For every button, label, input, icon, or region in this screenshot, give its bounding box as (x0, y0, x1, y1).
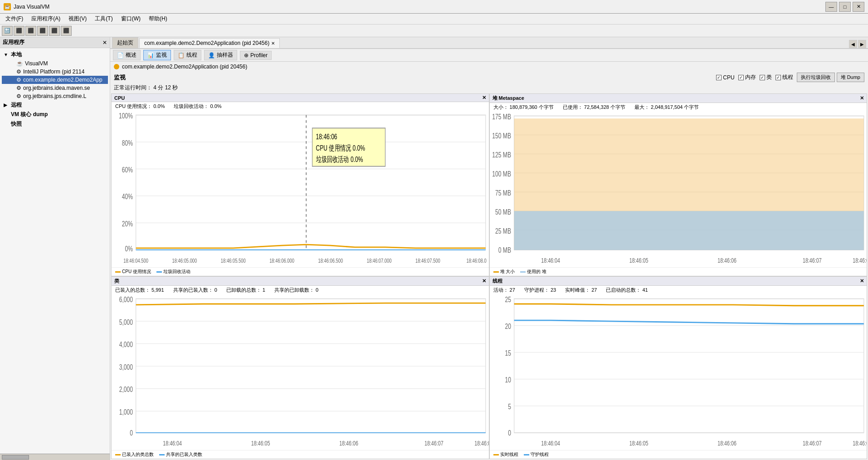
sub-toolbar-monitor[interactable]: 📊 监视 (143, 50, 171, 60)
class-chart-header: 类 ✕ (112, 277, 489, 286)
monitor-header: 监视 ✓ CPU ✓ 内存 ✓ 类 ✓ (110, 72, 868, 83)
gc-button[interactable]: 执行垃圾回收 (797, 73, 835, 82)
toolbar-btn-4[interactable]: ⬛ (37, 26, 48, 36)
svg-text:18:46:07.000: 18:46:07.000 (367, 258, 392, 264)
close-button[interactable]: ✕ (853, 2, 864, 12)
tree-item-intellij[interactable]: ⚙ IntelliJ Platform (pid 2114 (2, 68, 108, 76)
maximize-button[interactable]: □ (839, 2, 851, 12)
svg-text:0: 0 (508, 429, 511, 437)
svg-text:18:46:04: 18:46:04 (163, 440, 182, 447)
svg-text:18:46:06: 18:46:06 (717, 257, 736, 264)
svg-text:50 MB: 50 MB (495, 208, 511, 216)
left-panel-close-button[interactable]: ✕ (102, 39, 107, 46)
heap-chart-body: 175 MB 150 MB 125 MB 100 MB 75 MB 50 MB … (490, 112, 867, 267)
tree-item-jps[interactable]: ⚙ org.jetbrains.jps.cmdline.L (2, 92, 108, 100)
tab-demo2app[interactable]: com.example.demo2.Demo2Application (pid … (139, 38, 280, 48)
legend-gc: 垃圾回收活动 (156, 269, 190, 275)
class-checkbox[interactable]: ✓ (760, 75, 765, 80)
tree-item-maven[interactable]: ⚙ org.jetbrains.idea.maven.se (2, 84, 108, 92)
toolbar-btn-5[interactable]: ⬛ (49, 26, 60, 36)
toolbar-btn-6[interactable]: ⬛ (61, 26, 72, 36)
legend-class-shared: 共享的已装入类数 (159, 451, 202, 458)
toolbar-btn-1[interactable]: 🔙 (2, 26, 13, 36)
svg-text:75 MB: 75 MB (495, 189, 511, 197)
class-chart-close[interactable]: ✕ (482, 278, 486, 284)
svg-rect-0 (136, 115, 486, 250)
svg-marker-44 (514, 211, 863, 250)
tab-nav-left[interactable]: ◀ (849, 40, 857, 48)
checkbox-cpu[interactable]: ✓ CPU (716, 74, 734, 81)
class-chart-legend: 已装入的类总数 共享的已装入类数 (112, 450, 489, 459)
svg-text:18:46:0: 18:46:0 (853, 440, 867, 447)
svg-text:18:46:0: 18:46:0 (853, 257, 867, 264)
tree-item-remote[interactable]: ▶ 远程 (2, 100, 108, 110)
left-panel-header: 应用程序 ✕ (0, 37, 110, 48)
tree-item-demo2app[interactable]: ⚙ com.example.demo2.Demo2App (2, 76, 108, 84)
svg-text:40%: 40% (122, 192, 133, 201)
svg-text:18:46:04.500: 18:46:04.500 (123, 258, 148, 264)
svg-text:100%: 100% (119, 112, 133, 120)
horizontal-scrollbar[interactable] (0, 454, 110, 460)
thread-checkbox[interactable]: ✓ (775, 75, 781, 80)
toolbar-btn-3[interactable]: ⬛ (25, 26, 36, 36)
title-bar-buttons: — □ ✕ (825, 2, 864, 12)
heap-dump-button[interactable]: 堆 Dump (837, 73, 864, 82)
svg-text:18:46:07: 18:46:07 (802, 257, 821, 264)
threads-chart-panel: 线程 ✕ 活动： 27 守护进程： 23 实时峰值： (489, 276, 868, 459)
sub-toolbar-threads[interactable]: 📋 线程 (174, 50, 201, 60)
cpu-label: CPU (723, 74, 734, 81)
toolbar-btn-2[interactable]: ⬛ (14, 26, 24, 36)
sub-toolbar-profiler[interactable]: ⊕ Profiler (240, 51, 272, 60)
tab-start-page[interactable]: 起始页 (112, 37, 138, 48)
svg-text:1,000: 1,000 (119, 408, 133, 416)
svg-text:垃圾回收活动  0.0%: 垃圾回收活动 0.0% (316, 155, 363, 164)
sub-toolbar-overview[interactable]: 📄 概述 (113, 50, 141, 60)
menu-window[interactable]: 窗口(W) (117, 14, 144, 24)
tree-container: ▼ 本地 ☕ VisualVM ⚙ IntelliJ Platform (pid… (0, 48, 110, 454)
svg-text:18:46:07.500: 18:46:07.500 (415, 258, 440, 264)
threads-chart-legend: 实时线程 守护线程 (490, 450, 867, 459)
threads-chart-header: 线程 ✕ (490, 277, 867, 286)
content-area: com.example.demo2.Demo2Application (pid … (110, 62, 868, 460)
legend-heap-size-color (493, 271, 499, 273)
cpu-checkbox[interactable]: ✓ (716, 75, 722, 80)
checkbox-class[interactable]: ✓ 类 (760, 73, 772, 81)
heap-chart-stats: 大小： 180,879,360 个字节 已使用： 72,584,328 个字节 … (490, 103, 867, 112)
cpu-chart-header: CPU ✕ (112, 94, 489, 102)
cpu-chart-close[interactable]: ✕ (482, 95, 486, 101)
menu-app[interactable]: 应用程序(A) (28, 14, 64, 24)
menu-view[interactable]: 视图(V) (65, 14, 90, 24)
sub-toolbar-sampler[interactable]: 👤 抽样器 (204, 50, 237, 60)
tab-nav-right[interactable]: ▶ (858, 40, 866, 48)
legend-live-threads: 实时线程 (493, 451, 518, 458)
monitor-title: 监视 (114, 73, 126, 82)
checkbox-thread[interactable]: ✓ 线程 (775, 73, 793, 81)
tree-item-snapshots[interactable]: 快照 (2, 119, 108, 129)
checkbox-memory[interactable]: ✓ 内存 (738, 73, 756, 81)
threads-chart-close[interactable]: ✕ (860, 278, 864, 284)
app-name: com.example.demo2.Demo2Application (pid … (122, 64, 247, 70)
legend-heap-size: 堆 大小 (493, 269, 515, 275)
app-running-icon (114, 64, 119, 69)
legend-heap-used: 使用的 堆 (520, 269, 546, 275)
tree-item-visualvm[interactable]: ☕ VisualVM (2, 59, 108, 68)
cpu-chart-legend: CPU 使用情况 垃圾回收活动 (112, 267, 489, 276)
tree-item-local[interactable]: ▼ 本地 (2, 50, 108, 59)
tab-close-button[interactable]: ✕ (271, 41, 275, 46)
svg-text:18:46:0: 18:46:0 (474, 440, 488, 447)
heap-chart-close[interactable]: ✕ (860, 95, 864, 101)
memory-checkbox[interactable]: ✓ (738, 75, 744, 80)
menu-help[interactable]: 帮助(H) (145, 14, 171, 24)
svg-text:18:46:05: 18:46:05 (629, 257, 648, 264)
toolbar: 🔙 ⬛ ⬛ ⬛ ⬛ ⬛ (0, 24, 868, 37)
svg-text:18:46:05.500: 18:46:05.500 (221, 258, 246, 264)
menu-file[interactable]: 文件(F) (2, 14, 27, 24)
svg-text:18:46:05.000: 18:46:05.000 (172, 258, 197, 264)
left-panel-title: 应用程序 (3, 39, 24, 46)
minimize-button[interactable]: — (825, 2, 837, 12)
scrollbar-thumb[interactable] (2, 455, 29, 460)
menu-tools[interactable]: 工具(T) (91, 14, 116, 24)
runtime-info: 正常运行时间： 4 分 12 秒 (110, 83, 868, 93)
class-chart-stats: 已装入的总数： 5,991 共享的已装入数： 0 已卸载的总数： 1 共享的 (112, 286, 489, 294)
tree-item-vm-core-dump[interactable]: VM 核心 dump (2, 110, 108, 119)
